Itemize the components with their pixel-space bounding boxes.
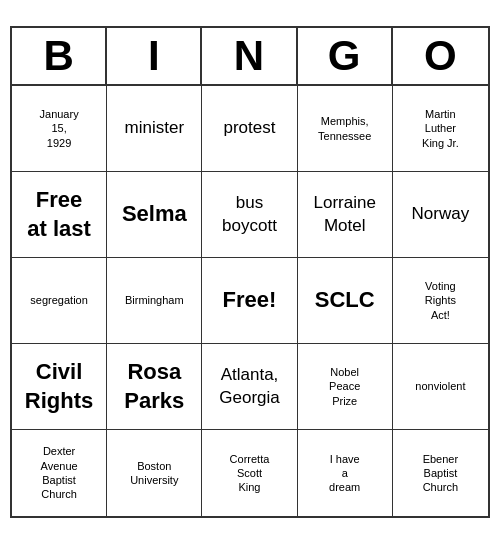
cell-text-19: nonviolent (415, 379, 465, 393)
cell-text-11: Birmingham (125, 293, 184, 307)
cell-text-6: Selma (122, 200, 187, 229)
bingo-cell-22: Corretta Scott King (202, 430, 297, 516)
bingo-cell-20: Dexter Avenue Baptist Church (12, 430, 107, 516)
cell-text-12: Free! (223, 286, 277, 315)
header-letter-n: N (202, 28, 297, 84)
bingo-cell-4: Martin Luther King Jr. (393, 86, 488, 172)
header-letter-i: I (107, 28, 202, 84)
bingo-cell-18: Nobel Peace Prize (298, 344, 393, 430)
bingo-cell-21: Boston University (107, 430, 202, 516)
bingo-grid: January 15, 1929ministerprotestMemphis, … (12, 86, 488, 516)
cell-text-14: Voting Rights Act! (425, 279, 456, 322)
cell-text-8: Lorraine Motel (314, 192, 376, 236)
bingo-cell-3: Memphis, Tennessee (298, 86, 393, 172)
cell-text-5: Free at last (27, 186, 91, 243)
cell-text-7: bus boycott (222, 192, 277, 236)
cell-text-23: I have a dream (329, 452, 360, 495)
bingo-cell-16: Rosa Parks (107, 344, 202, 430)
bingo-cell-9: Norway (393, 172, 488, 258)
bingo-cell-24: Ebener Baptist Church (393, 430, 488, 516)
header-letter-b: B (12, 28, 107, 84)
bingo-card: BINGO January 15, 1929ministerprotestMem… (10, 26, 490, 518)
cell-text-0: January 15, 1929 (40, 107, 79, 150)
bingo-cell-12: Free! (202, 258, 297, 344)
cell-text-9: Norway (412, 203, 470, 225)
cell-text-3: Memphis, Tennessee (318, 114, 371, 143)
bingo-cell-13: SCLC (298, 258, 393, 344)
cell-text-24: Ebener Baptist Church (423, 452, 458, 495)
cell-text-4: Martin Luther King Jr. (422, 107, 459, 150)
bingo-cell-6: Selma (107, 172, 202, 258)
bingo-cell-8: Lorraine Motel (298, 172, 393, 258)
bingo-cell-2: protest (202, 86, 297, 172)
bingo-cell-17: Atlanta, Georgia (202, 344, 297, 430)
bingo-header: BINGO (12, 28, 488, 86)
header-letter-g: G (298, 28, 393, 84)
bingo-cell-23: I have a dream (298, 430, 393, 516)
cell-text-15: Civil Rights (25, 358, 93, 415)
cell-text-16: Rosa Parks (124, 358, 184, 415)
cell-text-10: segregation (30, 293, 88, 307)
cell-text-2: protest (224, 117, 276, 139)
cell-text-18: Nobel Peace Prize (329, 365, 360, 408)
bingo-cell-0: January 15, 1929 (12, 86, 107, 172)
header-letter-o: O (393, 28, 488, 84)
bingo-cell-15: Civil Rights (12, 344, 107, 430)
cell-text-1: minister (125, 117, 185, 139)
cell-text-17: Atlanta, Georgia (219, 364, 279, 408)
bingo-cell-11: Birmingham (107, 258, 202, 344)
cell-text-13: SCLC (315, 286, 375, 315)
bingo-cell-5: Free at last (12, 172, 107, 258)
cell-text-21: Boston University (130, 459, 178, 488)
bingo-cell-14: Voting Rights Act! (393, 258, 488, 344)
bingo-cell-10: segregation (12, 258, 107, 344)
cell-text-22: Corretta Scott King (230, 452, 270, 495)
cell-text-20: Dexter Avenue Baptist Church (41, 444, 78, 501)
bingo-cell-7: bus boycott (202, 172, 297, 258)
bingo-cell-19: nonviolent (393, 344, 488, 430)
bingo-cell-1: minister (107, 86, 202, 172)
